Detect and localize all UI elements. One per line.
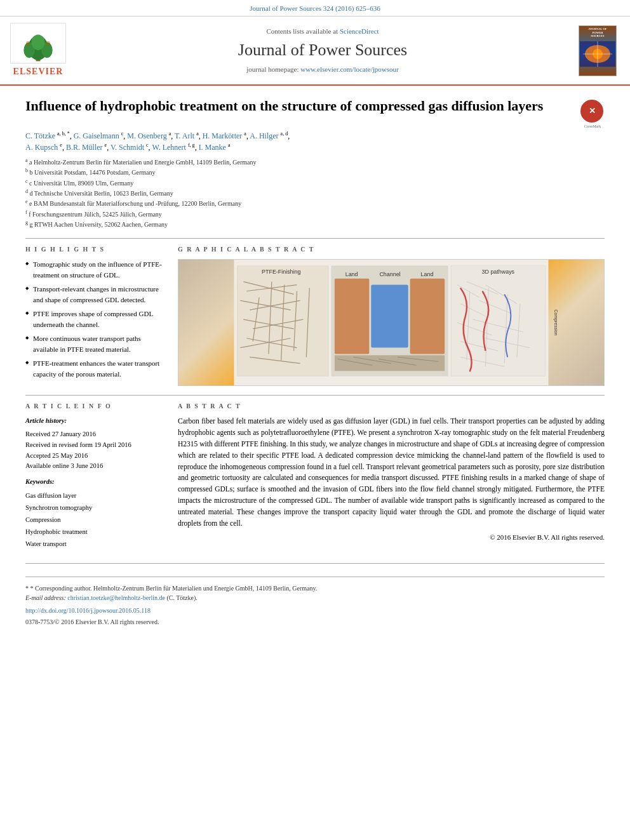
svg-point-6 bbox=[46, 41, 50, 46]
keyword-3: Compression bbox=[25, 514, 165, 526]
svg-point-5 bbox=[26, 41, 30, 46]
affiliation-f: f f Forschungszentrum Jülich, 52425 Jüli… bbox=[25, 209, 605, 219]
sciencedirect-link[interactable]: ScienceDirect bbox=[340, 27, 379, 35]
keyword-1: Gas diffusion layer bbox=[25, 490, 165, 502]
svg-rect-30 bbox=[335, 279, 369, 354]
svg-text:Channel: Channel bbox=[379, 271, 400, 277]
highlights-list: Tomographic study on the influence of PT… bbox=[25, 259, 165, 379]
accepted-date: Accepted 25 May 2016 bbox=[25, 451, 165, 462]
authors-line: C. Tötzke a, b, *, G. Gaiselmann c, M. O… bbox=[25, 130, 605, 153]
affiliation-c: c c Universität Ulm, 89069 Ulm, Germany bbox=[25, 178, 605, 188]
author-arlt[interactable]: T. Arlt bbox=[175, 131, 194, 140]
keywords-section: Keywords: Gas diffusion layer Synchrotro… bbox=[25, 477, 165, 550]
author-osenberg[interactable]: M. Osenberg bbox=[127, 131, 166, 140]
journal-top-bar: Journal of Power Sources 324 (2016) 625–… bbox=[0, 0, 630, 17]
journal-title: Journal of Power Sources bbox=[238, 39, 407, 62]
received-date: Received 27 January 2016 bbox=[25, 429, 165, 440]
affiliation-b: b b Universität Potsdam, 14476 Potsdam, … bbox=[25, 167, 605, 177]
svg-text:PTFE-Finishing: PTFE-Finishing bbox=[262, 269, 300, 275]
abstract-text: Carbon fiber based felt materials are wi… bbox=[178, 416, 605, 529]
keyword-2: Synchrotron tomography bbox=[25, 502, 165, 514]
graphical-abstract-column: G R A P H I C A L A B S T R A C T PTFE-F… bbox=[178, 245, 605, 389]
author-lehnert[interactable]: W. Lehnert bbox=[152, 143, 186, 152]
page: Journal of Power Sources 324 (2016) 625–… bbox=[0, 0, 630, 840]
affiliation-d: d d Technische Universität Berlin, 10623… bbox=[25, 188, 605, 198]
bottom-section: * * Corresponding author. Helmholtz-Zent… bbox=[25, 563, 605, 627]
crossmark-label: CrossMark bbox=[580, 124, 605, 129]
crossmark-badge[interactable]: ✕ CrossMark bbox=[580, 100, 605, 124]
author-gaiselmann[interactable]: G. Gaiselmann bbox=[74, 131, 119, 140]
affiliation-g: g g RTWH Aachen University, 52062 Aachen… bbox=[25, 219, 605, 229]
info-abstract-section: A R T I C L E I N F O Article history: R… bbox=[25, 402, 605, 550]
svg-rect-41 bbox=[451, 266, 546, 376]
keywords-header: Keywords: bbox=[25, 477, 165, 488]
doi-line: http://dx.doi.org/10.1016/j.jpowsour.201… bbox=[25, 606, 605, 615]
abstract-header: A B S T R A C T bbox=[178, 402, 605, 411]
highlights-column: H I G H L I G H T S Tomographic study on… bbox=[25, 245, 165, 389]
author-markotter[interactable]: H. Markötter bbox=[203, 131, 243, 140]
received-revised-date: Received in revised form 19 April 2016 bbox=[25, 440, 165, 451]
author-muller[interactable]: B.R. Müller bbox=[66, 143, 103, 152]
highlight-item-3: PTFE improves shape of compressed GDL un… bbox=[25, 309, 165, 330]
available-date: Available online 3 June 2016 bbox=[25, 461, 165, 472]
highlights-abstract-section: H I G H L I G H T S Tomographic study on… bbox=[25, 245, 605, 389]
journal-cover-image: JOURNAL OFPOWERSOURCES bbox=[575, 23, 620, 78]
article-title: Influence of hydrophobic treatment on th… bbox=[25, 97, 574, 116]
doi-link[interactable]: http://dx.doi.org/10.1016/j.jpowsour.201… bbox=[25, 607, 151, 614]
history-header: Article history: bbox=[25, 416, 165, 427]
keywords-list: Gas diffusion layer Synchrotron tomograp… bbox=[25, 490, 165, 550]
abstract-column: A B S T R A C T Carbon fiber based felt … bbox=[178, 402, 605, 550]
crossmark-icon: ✕ bbox=[580, 100, 603, 123]
svg-point-4 bbox=[32, 35, 45, 50]
svg-text:Compression: Compression bbox=[553, 310, 558, 336]
article-info-header: A R T I C L E I N F O bbox=[25, 402, 165, 411]
article-info-content: Article history: Received 27 January 201… bbox=[25, 416, 165, 550]
highlights-header: H I G H L I G H T S bbox=[25, 245, 165, 254]
highlight-item-4: More continuous water transport paths av… bbox=[25, 333, 165, 354]
journal-homepage: journal homepage: www.elsevier.com/locat… bbox=[246, 65, 398, 74]
email-line: E-mail address: christian.toetzke@helmho… bbox=[25, 593, 605, 603]
highlight-item-2: Transport-relevant changes in microstruc… bbox=[25, 284, 165, 305]
footnote-section: * * Corresponding author. Helmholtz-Zent… bbox=[25, 583, 605, 603]
article-info-column: A R T I C L E I N F O Article history: R… bbox=[25, 402, 165, 550]
cover-box: JOURNAL OFPOWERSOURCES bbox=[579, 25, 617, 76]
highlight-item-1: Tomographic study on the influence of PT… bbox=[25, 259, 165, 280]
author-schmidt[interactable]: V. Schmidt bbox=[111, 143, 144, 152]
svg-text:3D pathways: 3D pathways bbox=[482, 269, 515, 275]
journal-center: Contents lists available at ScienceDirec… bbox=[77, 23, 568, 78]
affiliation-a: a a Helmholtz-Zentrum Berlin für Materia… bbox=[25, 157, 605, 167]
corresponding-author-note: * * Corresponding author. Helmholtz-Zent… bbox=[25, 583, 605, 593]
svg-rect-32 bbox=[371, 285, 408, 348]
footer-divider bbox=[25, 577, 605, 577]
sciencedirect-line: Contents lists available at ScienceDirec… bbox=[266, 27, 379, 36]
section-divider-2 bbox=[25, 395, 605, 396]
journal-header: ELSEVIER Contents lists available at Sci… bbox=[0, 17, 630, 86]
svg-text:Land: Land bbox=[421, 271, 434, 277]
svg-rect-31 bbox=[410, 279, 445, 354]
section-divider-1 bbox=[25, 238, 605, 239]
elsevier-logo-img bbox=[10, 23, 66, 63]
issn-line: 0378-7753/© 2016 Elsevier B.V. All right… bbox=[25, 618, 605, 627]
keyword-4: Hydrophobic treatment bbox=[25, 526, 165, 538]
highlight-item-5: PTFE-treatment enhances the water transp… bbox=[25, 358, 165, 379]
article-body: Influence of hydrophobic treatment on th… bbox=[0, 86, 630, 638]
author-hilger[interactable]: A. Hilger bbox=[250, 131, 278, 140]
abstract-copyright: © 2016 Elsevier B.V. All rights reserved… bbox=[178, 533, 605, 542]
elsevier-logo: ELSEVIER bbox=[6, 23, 70, 78]
author-kupsch[interactable]: A. Kupsch bbox=[25, 143, 58, 152]
graphical-abstract-image: PTFE-Finishing bbox=[178, 259, 605, 386]
affiliation-e: e e BAM Bundesanstalt für Materialforsch… bbox=[25, 198, 605, 208]
author-totzke[interactable]: C. Tötzke bbox=[25, 131, 55, 140]
journal-citation: Journal of Power Sources 324 (2016) 625–… bbox=[250, 4, 380, 12]
journal-homepage-link[interactable]: www.elsevier.com/locate/jpowsour bbox=[300, 65, 398, 73]
article-title-section: Influence of hydrophobic treatment on th… bbox=[25, 97, 605, 124]
graphical-abstract-header: G R A P H I C A L A B S T R A C T bbox=[178, 245, 605, 254]
elsevier-label: ELSEVIER bbox=[13, 65, 64, 78]
keyword-5: Water transport bbox=[25, 538, 165, 550]
svg-text:Land: Land bbox=[345, 271, 358, 277]
affiliations: a a Helmholtz-Zentrum Berlin für Materia… bbox=[25, 157, 605, 229]
email-link[interactable]: christian.toetzke@helmholtz-berlin.de bbox=[67, 594, 165, 601]
author-manke[interactable]: I. Manke bbox=[199, 143, 226, 152]
